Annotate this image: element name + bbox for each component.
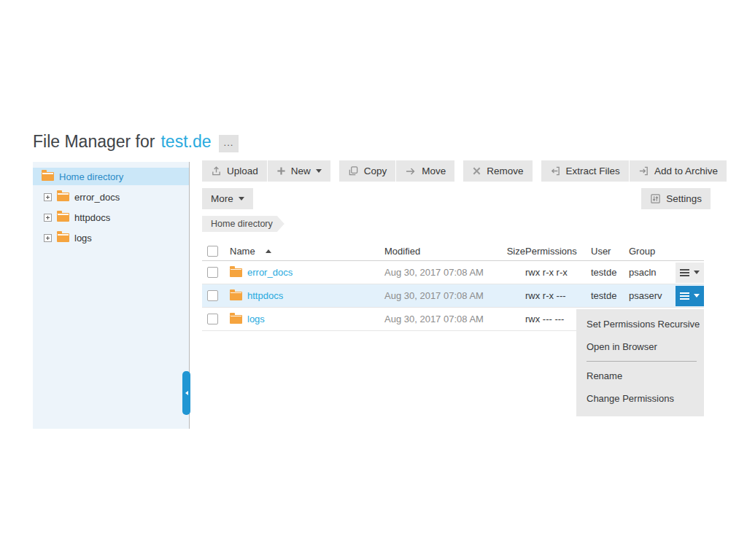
more-button[interactable]: More — [202, 188, 253, 209]
tree-item-home-directory[interactable]: Home directory — [33, 168, 189, 185]
remove-button[interactable]: Remove — [463, 160, 532, 182]
extract-icon — [550, 166, 561, 176]
main-toolbar: Upload New Copy Move Remove Extract File… — [202, 160, 735, 182]
sort-ascending-icon — [266, 249, 271, 253]
row-context-menu: Set Permissions Recursive Open in Browse… — [576, 309, 704, 416]
domain-link[interactable]: test.de — [160, 132, 211, 152]
new-button[interactable]: New — [268, 160, 330, 182]
copy-icon — [348, 166, 359, 176]
modified-cell: Aug 30, 2017 07:08 AM — [379, 267, 496, 278]
add-to-archive-button[interactable]: Add to Archive — [630, 160, 727, 182]
tree-item-label: error_docs — [74, 192, 120, 203]
menu-item-open-in-browser[interactable]: Open in Browser — [576, 335, 704, 358]
archive-group: Extract Files Add to Archive — [541, 160, 727, 182]
menu-item-rename[interactable]: Rename — [576, 365, 704, 387]
table-row-httpdocs: httpdocs Aug 30, 2017 07:08 AM rwx r-x -… — [202, 284, 704, 308]
page-title-text: File Manager for — [33, 132, 155, 152]
remove-group: Remove — [463, 160, 532, 182]
settings-sliders-icon — [650, 193, 661, 204]
file-name-link[interactable]: httpdocs — [247, 290, 283, 301]
upload-icon — [211, 166, 222, 176]
permissions-cell: rwx r-x r-x — [525, 267, 589, 278]
caret-down-icon — [316, 169, 322, 173]
extract-files-button[interactable]: Extract Files — [541, 160, 629, 182]
row-actions-menu-button[interactable] — [676, 262, 704, 283]
arrow-right-icon — [405, 166, 417, 176]
menu-item-change-permissions[interactable]: Change Permissions — [576, 387, 704, 410]
row-actions-menu-button-open[interactable] — [676, 286, 704, 306]
settings-button[interactable]: Settings — [641, 188, 711, 209]
menu-item-set-permissions-recursive[interactable]: Set Permissions Recursive — [576, 313, 704, 335]
hamburger-icon — [680, 295, 689, 297]
row-checkbox[interactable] — [207, 267, 218, 278]
column-header-modified[interactable]: Modified — [379, 246, 496, 257]
file-name-link[interactable]: error_docs — [247, 267, 293, 278]
caret-down-icon — [694, 294, 700, 298]
upload-button[interactable]: Upload — [202, 160, 267, 182]
page-title: File Manager for test.de — [33, 132, 212, 152]
tree-item-httpdocs[interactable]: httpdocs — [33, 209, 189, 226]
chevron-left-icon — [185, 391, 188, 395]
move-button[interactable]: Move — [396, 160, 454, 182]
tree-item-logs[interactable]: logs — [33, 229, 189, 246]
sidebar-collapse-handle[interactable] — [182, 371, 190, 415]
menu-divider — [587, 361, 697, 362]
folder-icon — [230, 292, 242, 300]
group-cell: psaserv — [627, 290, 676, 301]
folder-icon — [57, 213, 69, 222]
modified-cell: Aug 30, 2017 07:08 AM — [379, 314, 496, 324]
column-header-name[interactable]: Name — [225, 246, 379, 257]
permissions-cell: rwx r-x --- — [525, 290, 589, 301]
expand-plus-icon[interactable] — [44, 214, 52, 222]
x-icon — [472, 166, 481, 176]
row-checkbox[interactable] — [207, 290, 218, 301]
select-all-checkbox[interactable] — [207, 246, 218, 257]
user-cell: testde — [589, 267, 627, 278]
folder-icon — [230, 268, 242, 277]
folder-icon — [42, 172, 54, 181]
title-row: File Manager for test.de ... — [33, 131, 239, 152]
folder-icon — [57, 233, 69, 242]
column-header-size[interactable]: Size — [496, 246, 525, 257]
breadcrumb-current: Home directory — [211, 219, 273, 229]
folder-icon — [230, 315, 242, 324]
group-cell: psacln — [627, 267, 676, 278]
expand-plus-icon[interactable] — [44, 193, 52, 201]
tree-item-label: Home directory — [59, 171, 123, 182]
title-more-button[interactable]: ... — [219, 135, 239, 152]
copy-move-group: Copy Move — [339, 160, 455, 182]
row-checkbox[interactable] — [207, 314, 218, 324]
expand-plus-icon[interactable] — [44, 234, 52, 242]
directory-tree-sidebar: Home directory error_docs httpdocs logs — [33, 162, 190, 429]
user-cell: testde — [589, 290, 627, 301]
table-header-row: Name Modified Size Permissions User Grou… — [202, 242, 704, 261]
caret-down-icon — [239, 197, 244, 201]
tree-item-label: logs — [74, 233, 92, 244]
file-name-link[interactable]: logs — [247, 314, 265, 324]
column-header-group[interactable]: Group — [627, 246, 676, 257]
breadcrumb[interactable]: Home directory — [202, 216, 277, 232]
column-header-user[interactable]: User — [589, 246, 627, 257]
folder-icon — [57, 192, 69, 201]
hamburger-icon — [680, 272, 689, 273]
caret-down-icon — [694, 271, 700, 274]
upload-new-group: Upload New — [202, 160, 330, 182]
plus-icon — [276, 166, 286, 176]
table-row-error-docs: error_docs Aug 30, 2017 07:08 AM rwx r-x… — [202, 261, 704, 284]
tree-item-error-docs[interactable]: error_docs — [33, 188, 189, 206]
modified-cell: Aug 30, 2017 07:08 AM — [379, 290, 496, 301]
column-header-permissions[interactable]: Permissions — [525, 246, 589, 257]
tree-item-label: httpdocs — [74, 212, 110, 223]
copy-button[interactable]: Copy — [339, 160, 396, 182]
archive-icon — [638, 166, 649, 176]
